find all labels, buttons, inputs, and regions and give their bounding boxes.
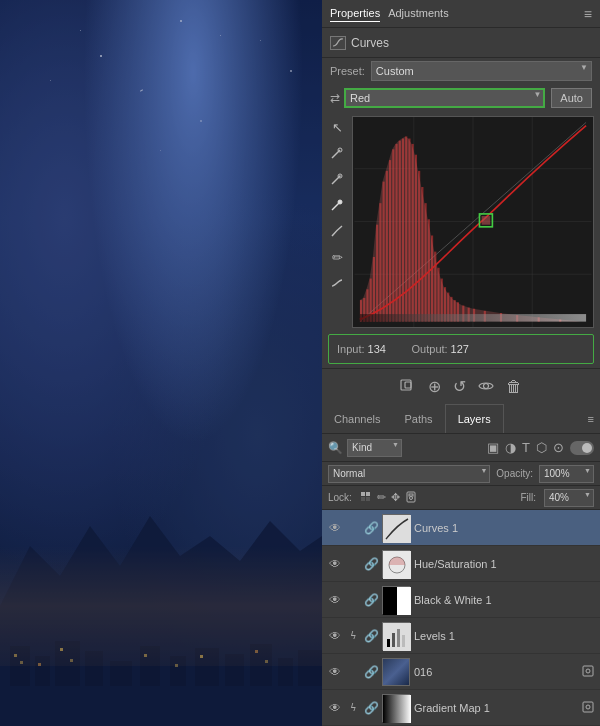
filter-type-icon[interactable]: T (522, 440, 530, 455)
lock-transparent-btn[interactable] (360, 491, 372, 505)
layer-name: Curves 1 (414, 522, 594, 534)
svg-rect-85 (361, 497, 365, 501)
tab-properties[interactable]: Properties (330, 5, 380, 22)
input-value[interactable]: 134 (368, 343, 396, 355)
layer-tabs: Channels Paths Layers ≡ (322, 404, 600, 434)
icon-visibility[interactable] (478, 378, 494, 396)
curves-svg (353, 117, 593, 327)
svg-rect-81 (405, 382, 411, 388)
layer-link-icon[interactable]: 🔗 (364, 557, 378, 571)
layer-visibility-eye[interactable]: 👁 (328, 521, 342, 535)
layers-panel-menu[interactable]: ≡ (588, 413, 594, 425)
svg-point-29 (338, 200, 342, 204)
layer-row[interactable]: 👁 🔗 Hue/Saturation 1 (322, 546, 600, 582)
tool-eyedropper-black[interactable] (326, 142, 348, 164)
filter-icons: ▣ ◑ T ⬡ ⊙ (406, 440, 594, 455)
channel-swap-icon[interactable]: ⇄ (330, 91, 340, 105)
kind-select[interactable]: Kind Name Effect Mode Attribute Color Sm… (347, 439, 402, 457)
layer-link-icon[interactable]: 🔗 (364, 593, 378, 607)
layer-row[interactable]: 👁 ϟ 🔗 Levels 1 (322, 618, 600, 654)
lock-paint-btn[interactable]: ✏ (377, 491, 386, 505)
fill-select[interactable]: 40% 100% 75% 50% 25% 0% (544, 489, 594, 507)
io-row: Input: 134 Output: 127 (328, 334, 594, 364)
layer-link-icon[interactable]: 🔗 (364, 701, 378, 715)
lock-row: Lock: ✏ ✥ Fill: 40% 100% 75% 50% 25% (322, 486, 600, 510)
auto-button[interactable]: Auto (551, 88, 592, 108)
layer-visibility-eye[interactable]: 👁 (328, 593, 342, 607)
svg-point-82 (484, 383, 489, 388)
layer-filter-row: 🔍 Kind Name Effect Mode Attribute Color … (322, 434, 600, 462)
preset-select-wrapper: Custom Default Strong Contrast Linear Co… (371, 61, 592, 81)
opacity-select-wrapper: 100% 75% 50% 25% (539, 465, 594, 483)
properties-header: Properties Adjustments ≡ (322, 0, 600, 28)
svg-rect-89 (409, 494, 413, 496)
input-label: Input: (337, 343, 365, 355)
preset-select[interactable]: Custom Default Strong Contrast Linear Co… (371, 61, 592, 81)
channel-select-wrapper: Red Green Blue RGB (344, 88, 545, 108)
layers-section: Channels Paths Layers ≡ 🔍 Kind Name Effe… (322, 404, 600, 726)
layer-name: Levels 1 (414, 630, 594, 642)
tool-curve[interactable] (326, 220, 348, 242)
layer-name: Gradient Map 1 (414, 702, 578, 714)
layer-row[interactable]: 👁 🔗 Black & White 1 (322, 582, 600, 618)
properties-tabs: Properties Adjustments (330, 5, 449, 22)
svg-rect-78 (482, 216, 491, 225)
layer-name: Black & White 1 (414, 594, 594, 606)
tool-smooth[interactable] (326, 272, 348, 294)
lock-label: Lock: (328, 492, 352, 503)
tool-eyedropper-gray[interactable] (326, 168, 348, 190)
layer-row[interactable]: 👁 🔗 016 (322, 654, 600, 690)
mood-overlay (0, 0, 322, 726)
kind-select-wrapper: Kind Name Effect Mode Attribute Color Sm… (347, 439, 402, 457)
tools-column: ↖ ✏ (322, 112, 352, 332)
layer-link-icon[interactable]: 🔗 (364, 629, 378, 643)
layer-row[interactable]: 👁 ϟ 🔗 Gradient Map 1 (322, 690, 600, 726)
blend-row: Normal Dissolve Multiply Screen Overlay … (322, 462, 600, 486)
levels-thumb (383, 623, 411, 651)
tab-channels[interactable]: Channels (322, 404, 392, 433)
layer-row[interactable]: 👁 🔗 Curves 1 (322, 510, 600, 546)
layer-link-icon[interactable]: 🔗 (364, 665, 378, 679)
layer-thumbnail (382, 622, 410, 650)
filter-toggle[interactable] (570, 441, 594, 455)
layer-smart-icon (582, 665, 594, 679)
tool-pointer[interactable]: ↖ (326, 116, 348, 138)
bw-thumb (383, 587, 411, 615)
lock-artboard-btn[interactable] (405, 491, 417, 505)
lock-position-btn[interactable]: ✥ (391, 491, 400, 505)
opacity-select[interactable]: 100% 75% 50% 25% (539, 465, 594, 483)
icon-clip[interactable]: ⊕ (428, 377, 441, 396)
output-label: Output: (412, 343, 448, 355)
curves-bottom-icons: ⊕ ↺ 🗑 (322, 368, 600, 404)
filter-smartobj-icon[interactable]: ⊙ (553, 440, 564, 455)
layer-visibility-eye[interactable]: 👁 (328, 665, 342, 679)
fill-label: Fill: (520, 492, 536, 503)
curves-graph[interactable] (352, 116, 594, 328)
tab-paths[interactable]: Paths (392, 404, 444, 433)
output-value[interactable]: 127 (451, 343, 479, 355)
layer-visibility-eye[interactable]: 👁 (328, 557, 342, 571)
svg-rect-93 (383, 587, 397, 615)
layer-thumbnail (382, 514, 410, 542)
tool-pencil[interactable]: ✏ (326, 246, 348, 268)
filter-search-icon: 🔍 (328, 441, 343, 455)
channel-select[interactable]: Red Green Blue RGB (344, 88, 545, 108)
blend-select-wrapper: Normal Dissolve Multiply Screen Overlay (328, 465, 490, 483)
icon-undo[interactable]: ↺ (453, 377, 466, 396)
hue-sat-thumb (383, 551, 411, 579)
icon-add-mask[interactable] (400, 377, 416, 397)
layer-visibility-eye[interactable]: 👁 (328, 701, 342, 715)
tab-layers[interactable]: Layers (445, 404, 504, 433)
blend-mode-select[interactable]: Normal Dissolve Multiply Screen Overlay (328, 465, 490, 483)
layer-name: 016 (414, 666, 578, 678)
layer-link-icon[interactable]: 🔗 (364, 521, 378, 535)
tool-eyedropper-white[interactable] (326, 194, 348, 216)
icon-delete[interactable]: 🗑 (506, 378, 522, 396)
filter-adjustment-icon[interactable]: ◑ (505, 440, 516, 455)
filter-pixel-icon[interactable]: ▣ (487, 440, 499, 455)
tab-adjustments[interactable]: Adjustments (388, 5, 449, 22)
layer-visibility-eye[interactable]: 👁 (328, 629, 342, 643)
svg-rect-79 (360, 314, 586, 322)
properties-menu-icon[interactable]: ≡ (584, 6, 592, 22)
filter-shape-icon[interactable]: ⬡ (536, 440, 547, 455)
